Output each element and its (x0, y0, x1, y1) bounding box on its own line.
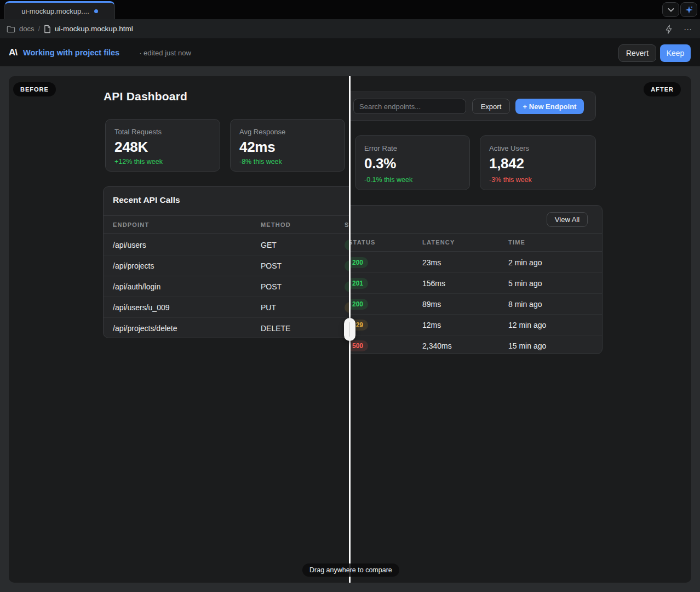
time-cell: 5 min ago (508, 279, 542, 288)
stat-label: Avg Response (239, 128, 285, 136)
time-cell: 8 min ago (508, 300, 542, 309)
stat-card-avg-response: Avg Response 42ms -8% this week (230, 119, 345, 172)
stat-label: Error Rate (364, 144, 397, 152)
new-tab-button[interactable] (680, 2, 697, 17)
after-badge: AFTER (644, 82, 681, 96)
new-endpoint-button[interactable]: + New Endpoint (515, 99, 584, 114)
method-cell: GET (261, 241, 277, 249)
col-status: STATUS (348, 239, 376, 246)
method-cell: POST (261, 261, 282, 270)
stat-value: 42ms (239, 139, 275, 156)
folder-icon (7, 25, 15, 33)
endpoint-cell: /api/projects/delete (113, 324, 177, 333)
time-cell: 15 min ago (508, 341, 546, 350)
stat-value: 1,842 (489, 155, 524, 172)
col-endpoint: ENDPOINT (113, 221, 149, 228)
tab-menu-button[interactable] (662, 2, 679, 17)
tab-bar: ui-mockup.mockup.... (0, 0, 700, 19)
stat-delta: +12% this week (114, 158, 163, 166)
compare-drag-handle[interactable] (344, 318, 355, 341)
view-all-button[interactable]: View All (547, 212, 588, 227)
breadcrumb-folder[interactable]: docs (19, 25, 34, 33)
breadcrumb-separator: / (38, 25, 40, 33)
table-title: Recent API Calls (113, 195, 180, 205)
stat-card-active-users: Active Users 1,842 -3% this week (480, 135, 596, 190)
time-cell: 12 min ago (508, 321, 546, 329)
session-header: A\ Working with project files · edited j… (0, 39, 700, 67)
zap-button[interactable] (665, 25, 673, 34)
endpoint-cell: /api/users (113, 241, 146, 249)
before-after-compare-panel[interactable]: API Dashboard Total Requests 248K +12% t… (9, 76, 691, 583)
method-cell: POST (261, 282, 282, 291)
time-cell: 2 min ago (508, 258, 542, 267)
drag-tooltip: Drag anywhere to compare (302, 563, 399, 577)
unsaved-dot-icon (94, 9, 98, 13)
anthropic-logo-icon: A\ (9, 47, 17, 58)
latency-cell: 89ms (422, 300, 441, 309)
breadcrumb-file[interactable]: ui-mockup.mockup.html (55, 25, 133, 33)
breadcrumb-actions: ⋯ (665, 19, 692, 39)
page-title: API Dashboard (104, 90, 187, 103)
latency-cell: 12ms (422, 321, 441, 329)
col-time: TIME (508, 239, 525, 246)
latency-cell: 156ms (422, 279, 445, 288)
stat-delta: -3% this week (489, 176, 532, 184)
latency-cell: 2,340ms (422, 341, 452, 350)
stat-value: 0.3% (364, 155, 396, 172)
more-options-button[interactable]: ⋯ (684, 25, 692, 33)
zap-icon (665, 25, 673, 34)
stat-label: Total Requests (114, 128, 162, 136)
col-method: METHOD (261, 221, 291, 228)
stat-card-total-requests: Total Requests 248K +12% this week (105, 119, 220, 172)
latency-cell: 23ms (422, 258, 441, 267)
search-input[interactable] (353, 99, 466, 114)
method-cell: DELETE (261, 324, 290, 333)
chevron-down-icon (668, 8, 674, 12)
export-button[interactable]: Export (472, 99, 510, 114)
sparkle-icon (685, 5, 693, 14)
tab-title: ui-mockup.mockup.... (21, 7, 89, 15)
endpoint-cell: /api/projects (113, 261, 154, 270)
tab-ui-mockup[interactable]: ui-mockup.mockup.... (4, 1, 115, 19)
stat-card-error-rate: Error Rate 0.3% -0.1% this week (355, 135, 470, 190)
endpoint-cell: /api/users/u_009 (113, 303, 170, 312)
ellipsis-icon: ⋯ (684, 25, 692, 33)
stat-delta: -0.1% this week (364, 176, 412, 184)
session-title: Working with project files (23, 48, 119, 57)
method-cell: PUT (261, 303, 276, 312)
stat-label: Active Users (489, 144, 529, 152)
revert-button[interactable]: Revert (618, 44, 656, 62)
stat-value: 248K (114, 139, 148, 156)
edited-status: · edited just now (139, 49, 191, 57)
stat-delta: -8% this week (239, 158, 282, 166)
before-badge: BEFORE (13, 82, 56, 96)
keep-button[interactable]: Keep (660, 44, 691, 62)
col-latency: LATENCY (422, 239, 455, 246)
endpoint-cell: /api/auth/login (113, 282, 160, 291)
file-icon (44, 25, 51, 33)
breadcrumb: docs / ui-mockup.mockup.html ⋯ (0, 19, 700, 39)
